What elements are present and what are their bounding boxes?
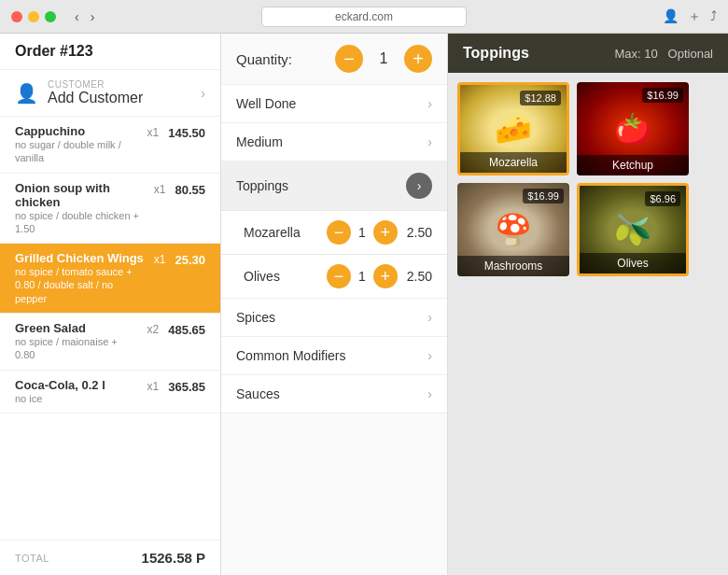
item-name: Green Salad: [15, 321, 138, 335]
order-items-list: Cappuchino no sugar / double milk / vani…: [0, 117, 220, 540]
sub-mod-decrease-button[interactable]: −: [327, 220, 351, 245]
item-price: 485.65: [168, 323, 205, 337]
close-window-button[interactable]: [11, 11, 22, 22]
quantity-decrease-button[interactable]: −: [335, 45, 363, 73]
modifier-item-spices[interactable]: Spices ›: [221, 299, 447, 337]
share-icon: ⤴: [710, 8, 717, 25]
order-item-active[interactable]: Grilled Chicken Wings no spice / tomato …: [0, 244, 220, 314]
maximize-window-button[interactable]: [45, 11, 56, 22]
minimize-window-button[interactable]: [28, 11, 39, 22]
modifier-item-medium[interactable]: Medium ›: [221, 123, 447, 161]
total-value: 1526.58 P: [142, 550, 205, 566]
customer-icon: 👤: [15, 82, 38, 105]
order-title: Order #123: [0, 34, 220, 70]
order-item[interactable]: Green Salad no spice / maionaise + 0.80 …: [0, 314, 220, 371]
item-info: Green Salad no spice / maionaise + 0.80: [15, 321, 138, 362]
item-desc: no spice / double chicken + 1.50: [15, 209, 145, 236]
title-bar: ‹ › eckard.com 👤 ＋ ⤴: [0, 0, 728, 34]
topping-card-mozarella[interactable]: 🧀 $12.88 Mozarella: [457, 82, 569, 175]
add-icon: ＋: [688, 8, 701, 25]
item-name: Cappuchino: [15, 124, 138, 138]
item-qty: x1: [147, 380, 160, 393]
sub-modifier-olives[interactable]: Olives − 1 + 2.50: [221, 254, 447, 298]
item-qty: x1: [154, 253, 166, 266]
toppings-grid: 🧀 $12.88 Mozarella 🍅 $16.99 Ketchup 🍄 $1…: [448, 73, 728, 286]
sub-mod-name: Mozarella: [244, 225, 327, 240]
toppings-title: Toppings: [463, 45, 614, 62]
topping-price: $12.88: [520, 91, 561, 105]
sub-mod-qty: 1: [358, 269, 366, 284]
order-item[interactable]: Cappuchino no sugar / double milk / vani…: [0, 117, 220, 174]
modifier-label: Sauces: [236, 386, 427, 401]
total-label: TOTAL: [15, 553, 49, 564]
title-bar-actions: 👤 ＋ ⤴: [663, 8, 717, 25]
address-text: eckard.com: [335, 10, 393, 23]
sub-mod-price: 2.50: [407, 225, 432, 240]
item-price: 25.30: [175, 253, 205, 267]
item-price: 365.85: [168, 380, 205, 394]
modifier-item-toppings[interactable]: Toppings › Mozarella − 1 + 2.50 Olives −…: [221, 161, 447, 299]
item-qty: x1: [154, 183, 166, 196]
chevron-right-icon: ›: [406, 173, 432, 199]
address-bar[interactable]: eckard.com: [261, 7, 467, 27]
chevron-right-icon: ›: [427, 386, 432, 401]
modifier-item-well-done[interactable]: Well Done ›: [221, 85, 447, 123]
item-info: Cappuchino no sugar / double milk / vani…: [15, 124, 138, 165]
topping-card-olives[interactable]: 🫒 $6.96 Olives: [577, 183, 689, 276]
modifier-label: Spices: [236, 310, 427, 325]
topping-price: $16.99: [523, 189, 564, 203]
quantity-label: Quantity:: [236, 51, 324, 67]
item-info: Coca-Cola, 0.2 l no ice: [15, 378, 138, 405]
back-nav-button[interactable]: ‹: [71, 7, 83, 26]
sub-mod-decrease-button[interactable]: −: [327, 264, 351, 288]
right-panel: Toppings Max: 10 Optional 🧀 $12.88 Mozar…: [448, 34, 728, 575]
item-desc: no spice / maionaise + 0.80: [15, 335, 138, 362]
user-icon: 👤: [663, 8, 679, 25]
item-desc: no spice / tomato sauce + 0.80 / double …: [15, 265, 145, 305]
topping-name: Mozarella: [460, 152, 567, 173]
modifier-list: Well Done › Medium › Toppings › Mozarell…: [221, 85, 447, 575]
chevron-right-icon: ›: [427, 96, 432, 111]
order-total: TOTAL 1526.58 P: [0, 540, 220, 575]
sub-mod-increase-button[interactable]: +: [373, 264, 398, 288]
item-desc: no sugar / double milk / vanilla: [15, 138, 138, 165]
topping-name: Ketchup: [577, 155, 689, 175]
customer-section[interactable]: 👤 CUSTOMER Add Customer ›: [0, 70, 220, 117]
main-layout: Order #123 👤 CUSTOMER Add Customer › Cap…: [0, 34, 728, 575]
item-info: Grilled Chicken Wings no spice / tomato …: [15, 251, 145, 305]
item-name: Grilled Chicken Wings: [15, 251, 145, 265]
modifier-item-common-modifiers[interactable]: Common Modifiers ›: [221, 337, 447, 375]
quantity-row: Quantity: − 1 +: [221, 34, 447, 85]
item-name: Coca-Cola, 0.2 l: [15, 378, 138, 392]
left-panel: Order #123 👤 CUSTOMER Add Customer › Cap…: [0, 34, 221, 575]
topping-name: Mashrooms: [457, 256, 569, 276]
modifier-label: Common Modifiers: [236, 348, 427, 363]
sub-modifier-mozarella[interactable]: Mozarella − 1 + 2.50: [221, 210, 447, 254]
modifier-label: Medium: [236, 134, 427, 149]
modifier-label: Well Done: [236, 96, 427, 111]
modifier-label: Toppings: [236, 178, 406, 193]
topping-card-ketchup[interactable]: 🍅 $16.99 Ketchup: [577, 82, 689, 175]
modifier-toppings-header: Toppings ›: [221, 161, 447, 210]
item-name: Onion soup with chicken: [15, 181, 145, 209]
sub-mod-name: Olives: [244, 269, 327, 284]
sub-mod-qty: 1: [358, 225, 366, 240]
nav-buttons: ‹ ›: [71, 7, 98, 26]
middle-panel: Quantity: − 1 + Well Done › Medium › Top…: [221, 34, 448, 575]
modifier-item-sauces[interactable]: Sauces ›: [221, 375, 447, 414]
sub-mod-price: 2.50: [407, 269, 432, 284]
quantity-value: 1: [374, 50, 393, 67]
forward-nav-button[interactable]: ›: [87, 7, 99, 26]
item-info: Onion soup with chicken no spice / doubl…: [15, 181, 145, 236]
order-item[interactable]: Coca-Cola, 0.2 l no ice x1 365.85: [0, 371, 220, 414]
sub-mod-increase-button[interactable]: +: [373, 220, 398, 245]
chevron-right-icon: ›: [427, 134, 432, 149]
order-item[interactable]: Onion soup with chicken no spice / doubl…: [0, 174, 220, 245]
quantity-increase-button[interactable]: +: [404, 45, 432, 73]
toppings-header: Toppings Max: 10 Optional: [448, 34, 728, 73]
customer-chevron-icon: ›: [201, 86, 205, 101]
topping-card-mushrooms[interactable]: 🍄 $16.99 Mashrooms: [457, 183, 569, 276]
item-price: 80.55: [175, 183, 205, 197]
item-price: 145.50: [168, 126, 205, 140]
item-qty: x2: [147, 323, 160, 336]
